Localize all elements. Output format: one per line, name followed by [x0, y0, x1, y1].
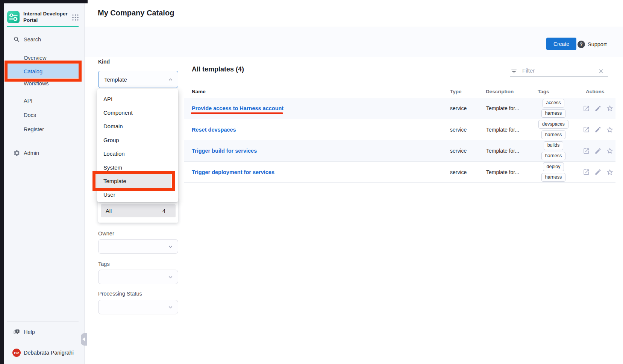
column-header-tags[interactable]: Tags	[538, 89, 549, 94]
template-link[interactable]: Reset devspaces	[192, 127, 236, 133]
sidebar-item-register[interactable]: Register	[4, 123, 85, 136]
window-edge-left	[0, 0, 4, 364]
launch-icon[interactable]	[583, 168, 590, 176]
app-logo-icon	[7, 11, 20, 23]
type-cell: service	[450, 127, 467, 133]
chevron-down-icon	[167, 243, 174, 250]
column-header-type[interactable]: Type	[450, 89, 462, 94]
template-link[interactable]: Provide access to Harness account	[192, 105, 283, 111]
clear-filter-icon[interactable]	[598, 68, 604, 74]
actions-cell	[583, 119, 614, 140]
star-icon[interactable]	[606, 126, 614, 133]
sidebar: Internal Developer Portal Search Overvie…	[4, 3, 85, 364]
actions-cell	[583, 162, 614, 182]
sidebar-collapse-handle[interactable]	[81, 333, 87, 346]
edit-icon[interactable]	[594, 147, 602, 155]
help-chat-icon: ?	[13, 329, 20, 336]
owner-filter-label: Owner	[98, 231, 114, 237]
support-link[interactable]: Support	[588, 41, 607, 48]
kind-option-api[interactable]: API	[97, 92, 178, 106]
edit-icon[interactable]	[594, 126, 602, 133]
edit-icon[interactable]	[594, 168, 602, 176]
app-title: Internal Developer Portal	[23, 11, 71, 24]
tags-select[interactable]	[98, 270, 178, 284]
star-icon[interactable]	[606, 147, 614, 155]
filter-list-icon	[511, 68, 517, 75]
processing-status-select[interactable]	[98, 300, 178, 314]
description-cell: Template for...	[486, 148, 519, 154]
collapse-arrow-icon	[82, 337, 85, 341]
tags-filter-label: Tags	[98, 261, 110, 267]
kind-option-domain[interactable]: Domain	[97, 120, 178, 133]
search-icon	[13, 36, 20, 43]
sidebar-item-label: Search	[24, 36, 41, 42]
edit-icon[interactable]	[594, 105, 602, 112]
kind-dropdown-menu: API Component Domain Group Location Syst…	[97, 89, 178, 202]
sidebar-item-label: Workflows	[24, 80, 49, 86]
support-question-icon[interactable]: ?	[578, 41, 585, 48]
sidebar-item-help[interactable]: ? Help	[4, 326, 85, 338]
sidebar-item-admin[interactable]: Admin	[4, 147, 85, 159]
sidebar-item-docs[interactable]: Docs	[4, 109, 85, 121]
launch-icon[interactable]	[583, 126, 590, 133]
column-header-description[interactable]: Description	[486, 89, 514, 94]
actions-cell	[583, 140, 614, 161]
tag-badge: harness	[541, 130, 565, 139]
star-icon[interactable]	[606, 105, 614, 112]
column-header-name[interactable]: Name	[192, 89, 206, 94]
launch-icon[interactable]	[583, 147, 590, 155]
sidebar-item-label: API	[24, 98, 32, 104]
tag-badge: harness	[541, 173, 565, 182]
table-row: Reset devspaces service Template for... …	[184, 119, 615, 140]
sidebar-item-search[interactable]: Search	[4, 33, 85, 46]
chevron-up-icon	[167, 76, 174, 83]
user-name[interactable]: Debabrata Panigrahi	[24, 346, 74, 359]
tag-badge: deploy	[543, 162, 564, 171]
sidebar-item-workflows[interactable]: Workflows	[4, 77, 85, 90]
page-title: My Company Catalog	[98, 9, 174, 17]
apps-grid-icon[interactable]	[71, 14, 79, 21]
owner-select[interactable]	[98, 239, 178, 254]
sidebar-item-overview[interactable]: Overview	[4, 52, 85, 64]
create-button[interactable]: Create	[546, 38, 576, 50]
sidebar-item-catalog[interactable]: Catalog	[8, 64, 79, 78]
sidebar-item-label: Register	[24, 126, 44, 132]
tag-badge: builds	[544, 141, 564, 150]
kind-select-value: Template	[104, 76, 127, 83]
window-edge-top	[0, 0, 88, 3]
sidebar-item-label: Help	[24, 329, 35, 335]
star-icon[interactable]	[606, 168, 614, 176]
tags-cell: devspaces harness	[531, 119, 576, 140]
table-title: All templates (4)	[192, 65, 244, 73]
kind-filter-label: Kind	[98, 59, 110, 65]
user-avatar[interactable]: DP	[12, 349, 21, 357]
kind-option-group[interactable]: Group	[97, 133, 178, 147]
kind-option-template[interactable]: Template	[97, 174, 171, 188]
description-cell: Template for...	[486, 127, 519, 133]
kind-option-user[interactable]: User	[97, 188, 178, 202]
tag-badge: access	[543, 99, 565, 108]
type-cell: service	[450, 169, 467, 175]
column-header-actions: Actions	[586, 89, 605, 94]
kind-option-location[interactable]: Location	[97, 147, 178, 161]
kind-select[interactable]: Template	[98, 71, 178, 88]
chevron-down-icon	[167, 303, 174, 311]
table-filter-input[interactable]	[521, 67, 589, 74]
table-row: Trigger build for services service Templ…	[184, 140, 615, 162]
sidebar-item-label: Docs	[24, 112, 36, 118]
kind-summary-count: 4	[162, 208, 165, 214]
sidebar-item-api[interactable]: API	[4, 94, 85, 107]
launch-icon[interactable]	[583, 105, 590, 112]
template-link[interactable]: Trigger deployment for services	[192, 169, 274, 175]
tag-badge: harness	[541, 152, 565, 161]
svg-text:?: ?	[17, 330, 18, 333]
kind-option-system[interactable]: System	[97, 161, 178, 174]
kind-option-component[interactable]: Component	[97, 106, 178, 119]
table-row: Trigger deployment for services service …	[184, 162, 615, 183]
tag-badge: harness	[541, 109, 565, 118]
kind-summary-all-row[interactable]: All 4	[101, 204, 176, 217]
template-link[interactable]: Trigger build for services	[192, 148, 257, 154]
type-cell: service	[450, 105, 467, 111]
table-row: Provide access to Harness account servic…	[184, 98, 615, 119]
type-cell: service	[450, 148, 467, 154]
